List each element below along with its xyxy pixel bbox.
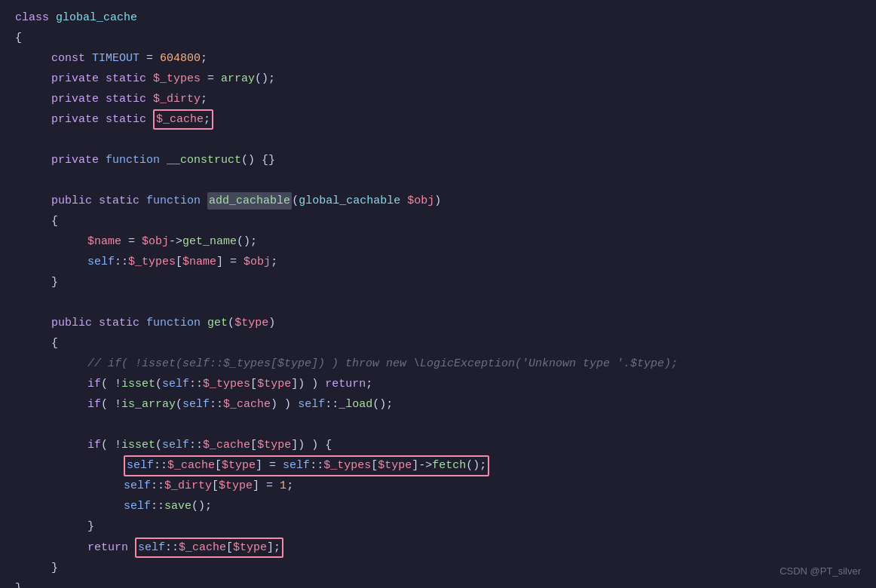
line-if-isset2: if( !isset(self::$_cache[$type]) ) {: [15, 435, 876, 455]
line-name-assign: $name = $obj->get_name();: [15, 231, 876, 252]
line-if-isset1: if( !isset(self::$_types[$type]) ) retur…: [15, 374, 876, 394]
line-save: self::save();: [15, 497, 876, 517]
line-empty1: [15, 130, 876, 150]
line-add-cachable-close: }: [15, 272, 876, 292]
line-get-open: {: [15, 333, 876, 354]
line-const: const TIMEOUT = 604800;: [15, 48, 876, 69]
line-construct: private function __construct() {}: [15, 150, 876, 170]
line-empty2: [15, 170, 876, 191]
line-types: private static $_types = array();: [15, 69, 876, 89]
line-if-array: if( !is_array(self::$_cache) ) self::_lo…: [15, 394, 876, 415]
line-if-close: }: [15, 517, 876, 537]
line-comment: // if( !isset(self::$_types[$type]) ) th…: [15, 354, 876, 374]
line-return: return self::$_cache[$type];: [15, 537, 876, 558]
line-fetch-assign: self::$_cache[$type] = self::$_types[$ty…: [15, 455, 876, 476]
watermark-text: CSDN @PT_silver: [780, 564, 861, 579]
line-class-close: }: [15, 578, 876, 588]
line-dirty-assign: self::$_dirty[$type] = 1;: [15, 476, 876, 497]
line-get-decl: public static function get($type): [15, 313, 876, 333]
line-add-cachable-decl: public static function add_cachable(glob…: [15, 191, 876, 211]
line-class: class global_cache: [15, 8, 876, 28]
line-types-assign: self::$_types[$name] = $obj;: [15, 252, 876, 272]
line-open-brace: {: [15, 28, 876, 48]
line-dirty: private static $_dirty;: [15, 89, 876, 109]
line-empty3: [15, 292, 876, 313]
line-empty4: [15, 415, 876, 435]
line-cache-var: private static $_cache;: [15, 109, 876, 130]
line-add-cachable-open: {: [15, 211, 876, 231]
code-editor: class global_cache { const TIMEOUT = 604…: [0, 0, 876, 588]
line-get-close: }: [15, 558, 876, 578]
